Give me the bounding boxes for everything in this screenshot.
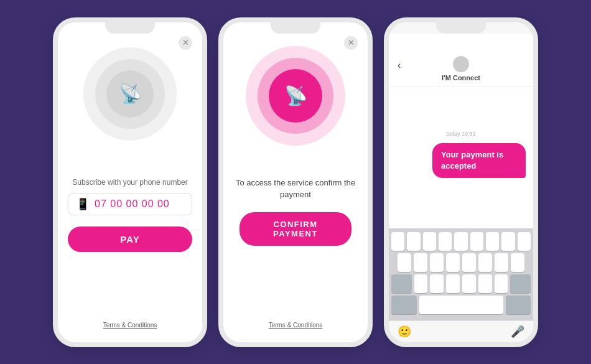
key-n[interactable] bbox=[495, 274, 508, 293]
key-space[interactable] bbox=[419, 296, 503, 314]
keyboard-row-4 bbox=[391, 296, 531, 314]
phone3-header: ‹ I'M Connect bbox=[389, 34, 533, 87]
key-t[interactable] bbox=[454, 232, 467, 251]
key-k[interactable] bbox=[511, 253, 524, 272]
phone-3: ‹ I'M Connect today 10:51 Your payment i… bbox=[384, 17, 538, 347]
phone1-body: 📡 Subscribe with your phone number 📱 07 … bbox=[58, 34, 202, 342]
microphone-icon[interactable]: 🎤 bbox=[511, 325, 524, 338]
key-r[interactable] bbox=[439, 232, 452, 251]
key-e[interactable] bbox=[423, 232, 436, 251]
terms-link-1[interactable]: Terms & Conditions bbox=[103, 322, 157, 329]
key-w[interactable] bbox=[407, 232, 420, 251]
key-f[interactable] bbox=[446, 253, 460, 272]
key-z[interactable] bbox=[414, 274, 428, 293]
phone-icon: 📱 bbox=[76, 197, 90, 211]
phone-notch-3 bbox=[436, 22, 486, 34]
signal-ring-inner-2: 📡 bbox=[269, 69, 322, 123]
phone-1: ✕ 📡 Subscribe with your phone number 📱 0… bbox=[53, 17, 207, 347]
key-v[interactable] bbox=[462, 274, 476, 293]
key-s[interactable] bbox=[414, 253, 427, 272]
keyboard bbox=[389, 228, 533, 320]
key-j[interactable] bbox=[495, 253, 508, 272]
key-u[interactable] bbox=[486, 232, 499, 251]
key-d[interactable] bbox=[430, 253, 444, 272]
signal-ring-outer-2: 📡 bbox=[246, 46, 345, 146]
confirm-payment-button[interactable]: CONFIRM PAYMENT bbox=[240, 212, 351, 246]
key-a[interactable] bbox=[398, 253, 411, 272]
key-y[interactable] bbox=[470, 232, 483, 251]
keyboard-row-1 bbox=[391, 232, 531, 251]
contact-avatar bbox=[453, 56, 469, 72]
payment-message-bubble: Your payment is accepted bbox=[432, 143, 526, 178]
signal-ring-outer-1: 📡 bbox=[83, 47, 177, 141]
pay-button[interactable]: PAY bbox=[68, 226, 192, 252]
key-b[interactable] bbox=[478, 274, 492, 293]
subscribe-label: Subscribe with your phone number bbox=[72, 178, 187, 187]
keyboard-row-2 bbox=[391, 253, 531, 272]
key-shift[interactable] bbox=[391, 274, 412, 293]
key-h[interactable] bbox=[478, 253, 492, 272]
chat-area: today 10:51 Your payment is accepted bbox=[389, 87, 533, 228]
chat-title: I'M Connect bbox=[442, 74, 480, 82]
phone-2: ✕ 📡 To access the service confirm the pa… bbox=[218, 17, 373, 347]
phone2-body: 📡 To access the service confirm the paym… bbox=[223, 34, 368, 342]
access-text: To access the service confirm the paymen… bbox=[233, 177, 358, 201]
close-button-1[interactable]: ✕ bbox=[179, 36, 192, 50]
terms-link-2[interactable]: Terms & Conditions bbox=[269, 322, 323, 329]
phone-notch-1 bbox=[105, 22, 155, 34]
back-button[interactable]: ‹ bbox=[398, 60, 401, 71]
key-delete[interactable] bbox=[510, 274, 531, 293]
signal-ring-mid-2: 📡 bbox=[258, 58, 333, 134]
key-o[interactable] bbox=[518, 232, 531, 251]
signal-ring-mid-1: 📡 bbox=[95, 59, 165, 129]
emoji-icon[interactable]: 🙂 bbox=[398, 325, 411, 338]
key-g[interactable] bbox=[462, 253, 476, 272]
key-return[interactable] bbox=[506, 296, 531, 314]
message-toolbar: 🙂 🎤 bbox=[389, 320, 533, 342]
key-c[interactable] bbox=[446, 274, 460, 293]
chat-timestamp: today 10:51 bbox=[396, 131, 526, 137]
phone-number-value: 07 00 00 00 00 bbox=[95, 198, 170, 210]
phone-input-row[interactable]: 📱 07 00 00 00 00 bbox=[68, 193, 192, 215]
signal-tower-icon-2: 📡 bbox=[284, 85, 307, 106]
key-i[interactable] bbox=[501, 232, 514, 251]
signal-ring-inner-1: 📡 bbox=[106, 70, 154, 118]
signal-tower-icon-1: 📡 bbox=[119, 83, 142, 105]
keyboard-row-3 bbox=[391, 274, 531, 293]
key-q[interactable] bbox=[391, 232, 404, 251]
phone-notch-2 bbox=[271, 22, 320, 34]
key-x[interactable] bbox=[430, 274, 444, 293]
close-button-2[interactable]: ✕ bbox=[344, 36, 358, 50]
key-numbers[interactable] bbox=[391, 296, 417, 314]
